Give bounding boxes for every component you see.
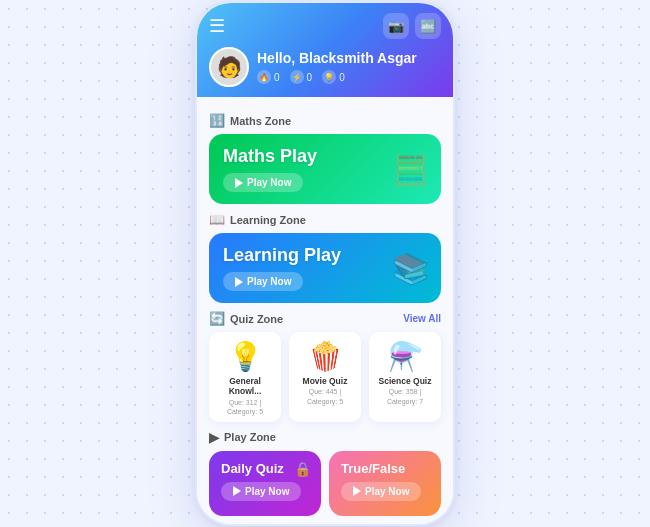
stat-bulb: 💡 0 — [322, 70, 345, 84]
stat-fire: 🔥 0 — [257, 70, 280, 84]
true-false-play-label: Play Now — [365, 486, 409, 497]
stat-bolt: ⚡ 0 — [290, 70, 313, 84]
quiz-general-name: General Knowl... — [215, 376, 275, 396]
daily-quiz-play-label: Play Now — [245, 486, 289, 497]
learning-zone-text: Learning Zone — [230, 214, 306, 226]
header: ☰ 📷 🔤 🧑 Hello, Blacksmith Asgar 🔥 0 — [197, 3, 453, 97]
quiz-science-icon: ⚗️ — [375, 340, 435, 373]
play-zone-icon: ▶ — [209, 430, 219, 445]
greeting-text: Hello, Blacksmith Asgar — [257, 50, 417, 66]
maths-zone-label: 🔢 Maths Zone — [209, 113, 441, 128]
learning-zone-icon: 📖 — [209, 212, 225, 227]
play-zone-cards: Daily Quiz Play Now 🔒 True/False Play No… — [209, 451, 441, 516]
quiz-general-meta: Que: 312 | Category: 5 — [215, 398, 275, 416]
maths-play-label: Play Now — [247, 177, 291, 188]
learning-card-bg: 📚 — [392, 251, 429, 286]
play-triangle-icon-2 — [235, 277, 243, 287]
play-triangle-icon — [235, 178, 243, 188]
play-triangle-tf — [353, 486, 361, 496]
maths-zone-text: Maths Zone — [230, 115, 291, 127]
camera-icon[interactable]: 📷 — [383, 13, 409, 39]
maths-play-card[interactable]: Maths Play Play Now 🧮 — [209, 134, 441, 204]
stat-bolt-value: 0 — [307, 72, 313, 83]
header-icons: 📷 🔤 — [383, 13, 441, 39]
daily-quiz-play-button[interactable]: Play Now — [221, 482, 301, 501]
main-content: 🔢 Maths Zone Maths Play Play Now 🧮 📖 Lea… — [197, 97, 453, 524]
learning-zone-label: 📖 Learning Zone — [209, 212, 441, 227]
quiz-zone-header: 🔄 Quiz Zone View All — [209, 311, 441, 326]
lock-icon: 🔒 — [294, 461, 311, 477]
quiz-movie-name: Movie Quiz — [295, 376, 355, 386]
quiz-card-general[interactable]: 💡 General Knowl... Que: 312 | Category: … — [209, 332, 281, 422]
quiz-card-movie[interactable]: 🍿 Movie Quiz Que: 445 | Category: 5 — [289, 332, 361, 422]
quiz-science-meta: Que: 358 | Category: 7 — [375, 387, 435, 405]
daily-quiz-card[interactable]: Daily Quiz Play Now 🔒 — [209, 451, 321, 516]
learning-play-button[interactable]: Play Now — [223, 272, 303, 291]
menu-icon[interactable]: ☰ — [209, 15, 225, 37]
maths-card-bg: 🧮 — [392, 152, 429, 187]
quiz-zone-label: 🔄 Quiz Zone — [209, 311, 283, 326]
quiz-zone-text: Quiz Zone — [230, 313, 283, 325]
maths-zone-icon: 🔢 — [209, 113, 225, 128]
true-false-card[interactable]: True/False Play Now — [329, 451, 441, 516]
quiz-movie-meta: Que: 445 | Category: 5 — [295, 387, 355, 405]
quiz-zone-icon: 🔄 — [209, 311, 225, 326]
true-false-play-button[interactable]: Play Now — [341, 482, 421, 501]
maths-play-button[interactable]: Play Now — [223, 173, 303, 192]
play-triangle-daily — [233, 486, 241, 496]
stat-bulb-value: 0 — [339, 72, 345, 83]
avatar: 🧑 — [209, 47, 249, 87]
learning-play-label: Play Now — [247, 276, 291, 287]
quiz-science-name: Science Quiz — [375, 376, 435, 386]
learning-play-card[interactable]: Learning Play Play Now 📚 — [209, 233, 441, 303]
true-false-title: True/False — [341, 461, 429, 476]
stat-fire-value: 0 — [274, 72, 280, 83]
quiz-general-icon: 💡 — [215, 340, 275, 373]
quiz-card-science[interactable]: ⚗️ Science Quiz Que: 358 | Category: 7 — [369, 332, 441, 422]
view-all-button[interactable]: View All — [403, 313, 441, 324]
header-stats: 🔥 0 ⚡ 0 💡 0 — [257, 70, 417, 84]
quiz-movie-icon: 🍿 — [295, 340, 355, 373]
phone-frame: ☰ 📷 🔤 🧑 Hello, Blacksmith Asgar 🔥 0 — [195, 1, 455, 526]
phone-content: ☰ 📷 🔤 🧑 Hello, Blacksmith Asgar 🔥 0 — [197, 3, 453, 524]
play-zone-label: ▶ Play Zone — [209, 430, 441, 445]
play-zone-text: Play Zone — [224, 431, 276, 443]
translate-icon[interactable]: 🔤 — [415, 13, 441, 39]
quiz-cards-list: 💡 General Knowl... Que: 312 | Category: … — [209, 332, 441, 422]
